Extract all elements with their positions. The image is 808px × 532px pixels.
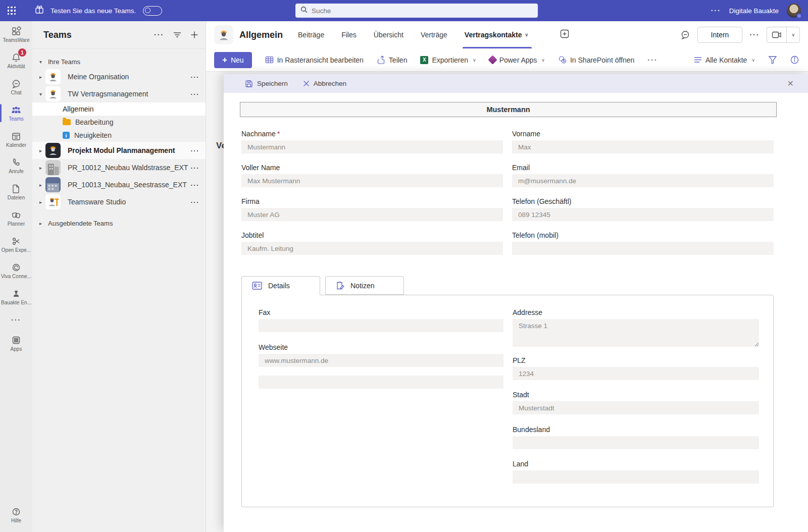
topbar-more-icon[interactable]: ··· bbox=[711, 7, 721, 15]
view-selector[interactable]: Alle Kontakte ∨ bbox=[694, 56, 755, 64]
filter-funnel-icon[interactable] bbox=[768, 56, 777, 64]
cancel-button[interactable]: Abbrechen bbox=[303, 80, 346, 87]
telefon-mobil-input[interactable] bbox=[512, 242, 774, 255]
new-button[interactable]: + Neu bbox=[214, 52, 252, 68]
addresse-input[interactable]: Strasse 1 bbox=[513, 319, 759, 347]
export-button[interactable]: X Exportieren ∨ bbox=[420, 56, 476, 64]
channel-row-bearbeitung[interactable]: Bearbeitung bbox=[32, 116, 206, 129]
info-icon[interactable] bbox=[790, 56, 799, 64]
rail-item-teams[interactable]: Teams bbox=[0, 100, 32, 126]
rail-item-teamsware[interactable]: TeamsWare bbox=[0, 21, 32, 47]
stadt-input[interactable] bbox=[513, 401, 759, 414]
tab-vertragskontakte[interactable]: Vertragskontakte ∨ bbox=[465, 21, 530, 48]
grid-edit-button[interactable]: In Rasteransicht bearbeiten bbox=[265, 56, 364, 64]
camera-icon[interactable] bbox=[767, 27, 786, 42]
jobtitel-input[interactable] bbox=[241, 242, 503, 255]
email-input[interactable] bbox=[512, 174, 774, 187]
team-more-icon[interactable]: ··· bbox=[191, 90, 200, 98]
header-more-icon[interactable]: ··· bbox=[749, 31, 760, 39]
chevron-right-icon[interactable]: ▸ bbox=[39, 199, 44, 205]
channel-row-allgemein[interactable]: Allgemein bbox=[32, 102, 206, 116]
add-tab-icon[interactable] bbox=[560, 29, 569, 40]
intern-button[interactable]: Intern bbox=[697, 27, 743, 43]
field-extra bbox=[259, 376, 503, 389]
tab-vertraege[interactable]: Verträge bbox=[421, 21, 447, 48]
teamsware-icon bbox=[11, 26, 21, 36]
sidebar-more-icon[interactable]: ··· bbox=[154, 31, 164, 39]
team-more-icon[interactable]: ··· bbox=[191, 73, 200, 81]
search-bar[interactable] bbox=[295, 4, 538, 18]
chevron-right-icon[interactable]: ▸ bbox=[39, 74, 44, 80]
share-button[interactable]: Teilen bbox=[377, 56, 408, 64]
team-row-tw-vertragsmanagement[interactable]: ▾ TW Vertragsmanagement ··· bbox=[32, 85, 206, 102]
team-avatar bbox=[45, 69, 61, 84]
tab-files[interactable]: Files bbox=[341, 21, 357, 48]
filter-icon[interactable] bbox=[173, 31, 181, 38]
rail-item-calendar[interactable]: Kalender bbox=[0, 126, 32, 152]
field-nachname: Nachname* bbox=[241, 130, 503, 155]
rail-item-activity[interactable]: 1 Aktivität bbox=[0, 47, 32, 74]
record-title: Mustermann bbox=[240, 102, 777, 117]
join-create-team-icon[interactable] bbox=[190, 31, 198, 39]
channel-chat-icon[interactable] bbox=[680, 30, 690, 40]
rail-item-apps[interactable]: Apps bbox=[0, 330, 32, 356]
powerapps-button[interactable]: Power Apps ∨ bbox=[489, 56, 545, 64]
rail-item-files[interactable]: Dateien bbox=[0, 179, 32, 205]
save-button[interactable]: Speichern bbox=[245, 80, 288, 88]
bauakte-app-icon bbox=[11, 289, 21, 299]
toolbar-more-icon[interactable]: ··· bbox=[647, 56, 658, 64]
waffle-menu-icon[interactable] bbox=[0, 0, 23, 21]
voller-name-input[interactable] bbox=[241, 174, 503, 187]
channel-row-neuigkeiten[interactable]: i Neuigkeiten bbox=[32, 129, 206, 142]
team-more-icon[interactable]: ··· bbox=[191, 198, 200, 206]
land-input[interactable] bbox=[513, 470, 759, 484]
firma-input[interactable] bbox=[241, 208, 503, 221]
sharepoint-open-button[interactable]: In SharePoint öffnen bbox=[558, 56, 634, 64]
channel-avatar bbox=[214, 25, 233, 44]
rail-item-calls[interactable]: Anrufe bbox=[0, 152, 32, 179]
plz-input[interactable] bbox=[513, 367, 759, 380]
chevron-right-icon[interactable]: ▸ bbox=[39, 182, 44, 188]
team-row-pr10013[interactable]: ▸ PR_10013_Neubau_Seestrasse_EXT ··· bbox=[32, 176, 206, 193]
rail-item-bauakte[interactable]: Bauakte En... bbox=[0, 284, 32, 310]
team-more-icon[interactable]: ··· bbox=[191, 181, 200, 189]
nachname-input[interactable] bbox=[241, 140, 503, 153]
chat-icon bbox=[11, 79, 21, 89]
hidden-teams-section[interactable]: ▸ Ausgeblendete Teams bbox=[32, 217, 206, 230]
telefon-geschaeftl-input[interactable] bbox=[512, 208, 774, 221]
chevron-right-icon[interactable]: ▸ bbox=[39, 148, 44, 153]
rail-item-planner[interactable]: Planner bbox=[0, 205, 32, 231]
vorname-input[interactable] bbox=[512, 140, 774, 153]
chevron-down-icon[interactable]: ▾ bbox=[39, 91, 44, 97]
user-avatar[interactable] bbox=[787, 4, 801, 18]
presence-badge bbox=[796, 13, 802, 19]
team-avatar bbox=[45, 160, 61, 175]
tab-beitraege[interactable]: Beiträge bbox=[298, 21, 324, 48]
rail-item-chat[interactable]: Chat bbox=[0, 74, 32, 100]
tab-details[interactable]: Details bbox=[241, 276, 320, 295]
calendar-icon bbox=[11, 131, 21, 141]
your-teams-section[interactable]: ▾ Ihre Teams bbox=[32, 55, 206, 68]
panel-close-icon[interactable]: ✕ bbox=[783, 79, 798, 88]
fax-input[interactable] bbox=[259, 319, 503, 332]
new-teams-toggle[interactable] bbox=[143, 6, 162, 16]
rail-more-icon[interactable]: ··· bbox=[0, 310, 32, 330]
tab-notizen[interactable]: Notizen bbox=[325, 276, 404, 295]
rail-item-open-experience[interactable]: Open Expe... bbox=[0, 231, 32, 257]
rail-item-help[interactable]: Hilfe bbox=[0, 502, 32, 528]
account-name[interactable]: Digitale Bauakte bbox=[729, 7, 779, 15]
tab-uebersicht[interactable]: Übersicht bbox=[374, 21, 403, 48]
webseite-input[interactable] bbox=[259, 354, 503, 367]
rail-item-viva-connections[interactable]: Viva Conne... bbox=[0, 257, 32, 284]
search-input[interactable] bbox=[312, 7, 533, 15]
meet-chevron-icon[interactable]: ∨ bbox=[786, 27, 799, 42]
chevron-right-icon[interactable]: ▸ bbox=[39, 165, 44, 171]
extra-input[interactable] bbox=[259, 376, 503, 389]
bundesland-input[interactable] bbox=[513, 436, 759, 449]
team-row-projekt-modul-planmanagement[interactable]: ▸ Projekt Modul Planmanagement ··· bbox=[32, 142, 206, 159]
team-row-pr10012[interactable]: ▸ PR_10012_Neubau Waldstrasse_EXT ··· bbox=[32, 159, 206, 176]
team-more-icon[interactable]: ··· bbox=[191, 147, 200, 154]
team-row-teamsware-studio[interactable]: ▸ Teamsware Studio ··· bbox=[32, 193, 206, 210]
team-more-icon[interactable]: ··· bbox=[191, 164, 200, 172]
team-row-meine-organisation[interactable]: ▸ Meine Organisation ··· bbox=[32, 68, 206, 85]
